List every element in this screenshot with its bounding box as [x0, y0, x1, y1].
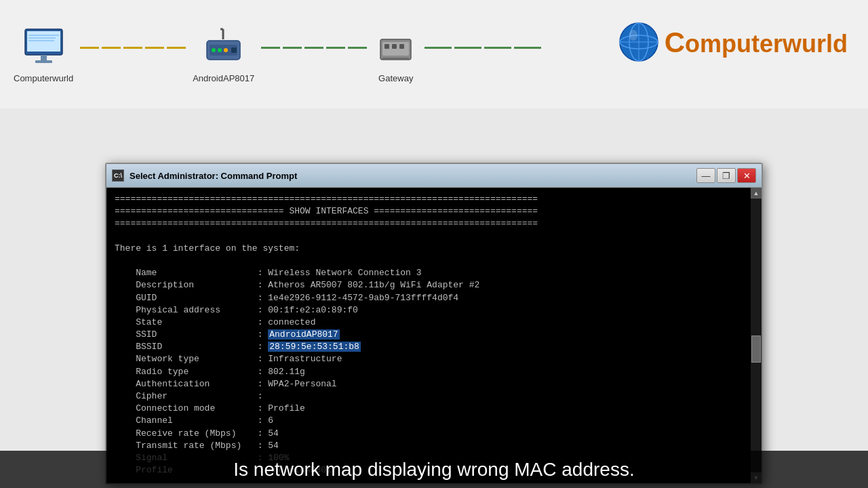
connector-3 [425, 47, 541, 49]
field-description: Description : Atheros AR5007 802.11b/g W… [115, 279, 743, 291]
brand-logo: Computerwurld [617, 20, 848, 64]
separator-1: ========================================… [115, 193, 743, 205]
svg-point-13 [224, 48, 228, 52]
svg-point-12 [218, 48, 222, 52]
caption-text: Is network map displaying wrong MAC addr… [233, 459, 634, 481]
cmd-titlebar: C:\ Select Administrator: Command Prompt… [106, 164, 762, 188]
caption-bar: Is network map displaying wrong MAC addr… [0, 451, 868, 488]
node-androidap-label: AndroidAP8017 [193, 73, 254, 83]
maximize-button[interactable]: ❐ [717, 168, 736, 183]
cmd-window: C:\ Select Administrator: Command Prompt… [105, 163, 763, 485]
scroll-thumb[interactable] [751, 336, 761, 363]
field-guid: GUID : 1e4e2926-9112-4572-9ab9-713ffff4d… [115, 292, 743, 304]
router-icon [201, 26, 245, 70]
field-cipher: Cipher : [115, 390, 743, 403]
scroll-up[interactable]: ▲ [751, 188, 762, 199]
gateway-icon [374, 26, 418, 70]
node-computerwurld-label: Computerwurld [14, 73, 73, 83]
brand-c: C [665, 26, 685, 58]
node-computerwurld: Computerwurld [14, 26, 73, 83]
svg-rect-20 [382, 58, 409, 60]
field-network-type: Network type : Infrastructure [115, 353, 743, 365]
svg-rect-19 [399, 44, 404, 49]
cmd-content[interactable]: ========================================… [106, 188, 751, 483]
cmd-body: ========================================… [106, 188, 762, 483]
field-physical: Physical address : 00:1f:e2:a0:89:f0 [115, 304, 743, 317]
minimize-button[interactable]: — [696, 168, 715, 183]
field-channel: Channel : 6 [115, 415, 743, 427]
computer-icon [22, 26, 66, 70]
field-auth: Authentication : WPA2-Personal [115, 378, 743, 390]
field-name: Name : Wireless Network Connection 3 [115, 267, 743, 279]
svg-point-11 [212, 48, 216, 52]
svg-rect-17 [384, 44, 389, 49]
connector-2 [261, 47, 367, 49]
node-gateway: Gateway [374, 26, 418, 83]
blank-1 [115, 230, 743, 243]
svg-rect-6 [35, 60, 52, 63]
field-recv-rate: Receive rate (Mbps) : 54 [115, 428, 743, 440]
header-line: ================================ SHOW IN… [115, 205, 743, 218]
separator-2: ========================================… [115, 218, 743, 230]
cmd-title: Select Administrator: Command Prompt [130, 171, 691, 181]
field-ssid: SSID : AndroidAP8017 [115, 329, 743, 341]
cmd-controls: — ❐ ✕ [696, 168, 756, 183]
connector-1 [80, 47, 186, 49]
ssid-value: AndroidAP8017 [268, 329, 339, 340]
close-button[interactable]: ✕ [737, 168, 756, 183]
node-gateway-label: Gateway [378, 73, 413, 83]
field-conn-mode: Connection mode : Profile [115, 403, 743, 415]
svg-point-26 [629, 30, 637, 41]
field-bssid: BSSID : 28:59:5e:53:51:b8 [115, 341, 743, 353]
svg-rect-1 [27, 31, 60, 52]
field-radio-type: Radio type : 802.11g [115, 366, 743, 378]
svg-rect-5 [41, 55, 47, 60]
intro-line: There is 1 interface on the system: [115, 243, 743, 255]
node-androidap: AndroidAP8017 [193, 26, 254, 83]
cmd-app-icon: C:\ [112, 169, 124, 182]
field-state: State : connected [115, 317, 743, 329]
network-map: Computerwurld Andro [0, 0, 868, 108]
brand-name: Computerwurld [665, 26, 848, 59]
blank-2 [115, 255, 743, 267]
svg-rect-18 [392, 44, 397, 49]
svg-rect-14 [231, 47, 237, 53]
bssid-value: 28:59:5e:53:51:b8 [268, 342, 361, 352]
scroll-track [751, 199, 762, 472]
cmd-scrollbar: ▲ ▼ [751, 188, 762, 483]
